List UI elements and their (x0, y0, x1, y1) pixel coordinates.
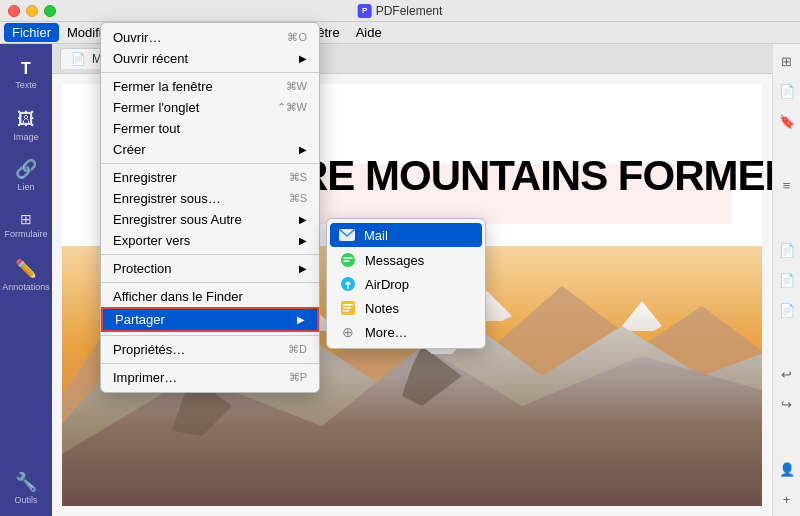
menu-enregistrer-sous[interactable]: Enregistrer sous… ⌘S (101, 188, 319, 209)
menu-enregistrer-autre[interactable]: Enregistrer sous Autre ▶ (101, 209, 319, 230)
right-tool-back[interactable]: ↩ (776, 364, 798, 386)
more-label: More… (365, 325, 408, 340)
partager-submenu[interactable]: Mail Messages AirDrop Notes ⊕ More… (326, 218, 486, 349)
app-name: PDFelement (376, 4, 443, 18)
menu-fichier[interactable]: Fichier (4, 23, 59, 42)
sep-2 (101, 163, 319, 164)
protection-label: Protection (113, 261, 172, 276)
app-brand: P PDFelement (358, 4, 443, 18)
submenu-messages[interactable]: Messages (327, 248, 485, 272)
right-tool-expand[interactable]: ⊞ (776, 50, 798, 72)
submenu-more[interactable]: ⊕ More… (327, 320, 485, 344)
menu-fermer-tout[interactable]: Fermer tout (101, 118, 319, 139)
submenu-mail[interactable]: Mail (330, 223, 482, 247)
sidebar-item-outils[interactable]: 🔧 Outils (3, 470, 49, 516)
right-tool-lines[interactable]: ≡ (776, 175, 798, 197)
right-tool-p2[interactable]: 📄 (776, 269, 798, 291)
sidebar-label-lien: Lien (17, 182, 34, 192)
sep-1 (101, 72, 319, 73)
sep-6 (101, 363, 319, 364)
menu-afficher-finder[interactable]: Afficher dans le Finder (101, 286, 319, 307)
svg-rect-17 (343, 310, 349, 312)
ouvrir-recent-arrow: ▶ (299, 53, 307, 64)
menu-exporter[interactable]: Exporter vers ▶ (101, 230, 319, 251)
right-toolbar: ⊞ 📄 🔖 ≡ 📄 📄 📄 ↩ ↪ 👤 + (772, 44, 800, 516)
right-tool-bookmark[interactable]: 🔖 (776, 110, 798, 132)
sidebar-item-formulaire[interactable]: ⊞ Formulaire (3, 202, 49, 248)
mail-icon (338, 226, 356, 244)
sidebar-label-image: Image (13, 132, 38, 142)
formulaire-icon: ⊞ (20, 211, 32, 227)
texte-icon: T (21, 60, 31, 78)
title-bar: P PDFelement (0, 0, 800, 22)
fichier-menu[interactable]: Ouvrir… ⌘O Ouvrir récent ▶ Fermer la fen… (100, 22, 320, 393)
svg-point-13 (347, 287, 349, 289)
sidebar-item-image[interactable]: 🖼 Image (3, 102, 49, 148)
sep-5 (101, 335, 319, 336)
sidebar-item-texte[interactable]: T Texte (3, 52, 49, 98)
sidebar-label-formulaire: Formulaire (4, 229, 47, 239)
messages-icon (339, 251, 357, 269)
ouvrir-label: Ouvrir… (113, 30, 161, 45)
right-tool-person[interactable]: 👤 (776, 458, 798, 480)
svg-rect-15 (343, 304, 353, 306)
airdrop-icon (339, 275, 357, 293)
menu-ouvrir[interactable]: Ouvrir… ⌘O (101, 27, 319, 48)
right-tool-p1[interactable]: 📄 (776, 239, 798, 261)
menu-ouvrir-recent[interactable]: Ouvrir récent ▶ (101, 48, 319, 69)
minimize-button[interactable] (26, 5, 38, 17)
menu-creer[interactable]: Créer ▶ (101, 139, 319, 160)
menu-imprimer[interactable]: Imprimer… ⌘P (101, 367, 319, 388)
tab-icon: 📄 (71, 52, 86, 66)
lien-icon: 🔗 (15, 158, 37, 180)
right-tool-page[interactable]: 📄 (776, 80, 798, 102)
messages-label: Messages (365, 253, 424, 268)
right-tool-plus[interactable]: + (776, 488, 798, 510)
svg-rect-16 (343, 307, 351, 309)
ouvrir-recent-label: Ouvrir récent (113, 51, 188, 66)
sidebar-label-annotations: Annotations (2, 282, 50, 292)
partager-label: Partager (115, 312, 165, 327)
submenu-notes[interactable]: Notes (327, 296, 485, 320)
mail-label: Mail (364, 228, 388, 243)
sep-4 (101, 282, 319, 283)
menu-protection[interactable]: Protection ▶ (101, 258, 319, 279)
close-button[interactable] (8, 5, 20, 17)
menu-proprietes[interactable]: Propriétés… ⌘D (101, 339, 319, 360)
sep-3 (101, 254, 319, 255)
submenu-airdrop[interactable]: AirDrop (327, 272, 485, 296)
sidebar-label-outils: Outils (14, 495, 37, 505)
sidebar: T Texte 🖼 Image 🔗 Lien ⊞ Formulaire ✏️ A… (0, 44, 52, 516)
notes-label: Notes (365, 301, 399, 316)
sidebar-item-annotations[interactable]: ✏️ Annotations (3, 252, 49, 298)
maximize-button[interactable] (44, 5, 56, 17)
outils-icon: 🔧 (15, 471, 37, 493)
sidebar-item-lien[interactable]: 🔗 Lien (3, 152, 49, 198)
more-icon: ⊕ (339, 323, 357, 341)
menu-partager[interactable]: Partager ▶ (101, 307, 319, 332)
right-tool-forward[interactable]: ↪ (776, 394, 798, 416)
sidebar-label-texte: Texte (15, 80, 37, 90)
airdrop-label: AirDrop (365, 277, 409, 292)
traffic-lights (8, 5, 56, 17)
image-icon: 🖼 (17, 109, 35, 130)
menu-fermer-fenetre[interactable]: Fermer la fenêtre ⌘W (101, 76, 319, 97)
annotations-icon: ✏️ (15, 258, 37, 280)
ouvrir-shortcut: ⌘O (287, 31, 307, 44)
svg-point-11 (341, 253, 355, 267)
right-tool-p3[interactable]: 📄 (776, 299, 798, 321)
notes-icon (339, 299, 357, 317)
menu-aide[interactable]: Aide (348, 23, 390, 42)
menu-enregistrer[interactable]: Enregistrer ⌘S (101, 167, 319, 188)
menu-fermer-onglet[interactable]: Fermer l'onglet ⌃⌘W (101, 97, 319, 118)
app-icon: P (358, 4, 372, 18)
